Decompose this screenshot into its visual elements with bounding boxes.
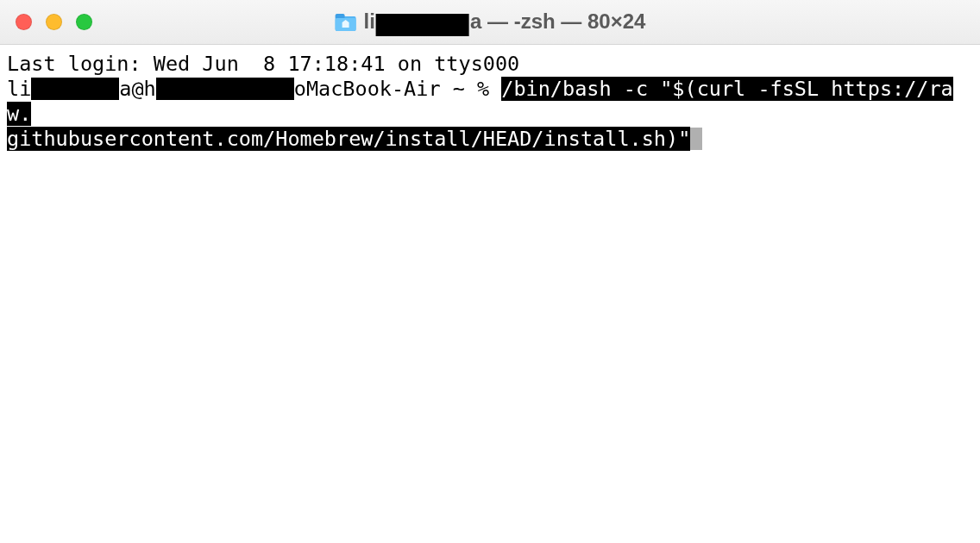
title-prefix: li [364,9,375,33]
prompt-user-prefix: li [7,77,31,101]
prompt-line: lia@hoMacBook-Air ~ % /bin/bash -c "$(cu… [7,77,973,127]
prompt-suffix: oMacBook-Air ~ % [294,77,502,101]
window-title: lia — -zsh — 80×24 [335,9,646,34]
titlebar[interactable]: lia — -zsh — 80×24 [0,0,980,45]
redacted-title [376,14,469,36]
terminal-content[interactable]: Last login: Wed Jun 8 17:18:41 on ttys00… [0,45,980,543]
last-login-line: Last login: Wed Jun 8 17:18:41 on ttys00… [7,52,973,77]
cursor [690,128,702,150]
prompt-user-mid: a@h [119,77,155,101]
selected-command-part2: githubusercontent.com/Homebrew/install/H… [7,127,690,151]
zoom-button[interactable] [76,14,92,30]
traffic-lights [0,14,92,30]
minimize-button[interactable] [46,14,62,30]
redacted-user [31,78,119,100]
title-suffix: a — -zsh — 80×24 [470,9,645,33]
close-button[interactable] [16,14,32,30]
folder-icon [335,13,357,32]
command-line-2-row: githubusercontent.com/Homebrew/install/H… [7,127,973,152]
redacted-host [156,78,294,100]
terminal-window: lia — -zsh — 80×24 Last login: Wed Jun 8… [0,0,980,543]
